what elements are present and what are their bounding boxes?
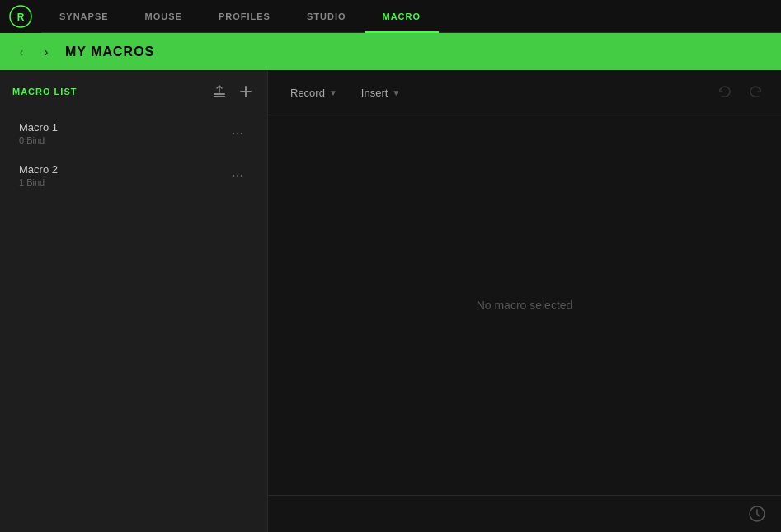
add-macro-button[interactable] [237, 82, 255, 101]
page-title: MY MACROS [65, 45, 154, 59]
no-macro-message: No macro selected [477, 299, 573, 312]
nav-item-studio[interactable]: STUDIO [289, 0, 365, 33]
sidebar-header: MACRO LIST [12, 82, 255, 101]
record-dropdown-arrow: ▼ [329, 88, 337, 97]
sidebar-title: MACRO LIST [12, 87, 77, 97]
content-area: Record ▼ Insert ▼ [268, 70, 781, 532]
nav-item-profiles[interactable]: PROFILES [200, 0, 289, 33]
macro-context-menu-button[interactable]: ⋯ [228, 124, 248, 144]
macro-name: Macro 1 [19, 121, 58, 134]
content-footer [268, 495, 781, 532]
macro-binds: 0 Bind [19, 135, 58, 145]
redo-button[interactable] [742, 79, 769, 106]
macro-list: Macro 1 0 Bind ⋯ Macro 2 1 Bind ⋯ [12, 113, 255, 195]
macro-binds: 1 Bind [19, 177, 58, 187]
insert-button[interactable]: Insert ▼ [351, 82, 410, 104]
svg-rect-2 [214, 93, 225, 95]
logo: R [0, 0, 41, 33]
insert-dropdown-arrow: ▼ [392, 88, 400, 97]
toolbar-right [712, 79, 769, 106]
svg-rect-3 [214, 96, 225, 97]
svg-rect-5 [240, 91, 252, 92]
sidebar: MACRO LIST [0, 70, 268, 532]
undo-button[interactable] [712, 79, 738, 106]
main-content: MACRO LIST [0, 70, 781, 532]
macro-item[interactable]: Macro 1 0 Bind ⋯ [12, 113, 255, 153]
razer-logo-icon: R [9, 5, 32, 28]
macro-item[interactable]: Macro 2 1 Bind ⋯ [12, 155, 255, 195]
nav-arrows: ‹ › [12, 43, 55, 61]
svg-text:R: R [17, 12, 25, 23]
content-toolbar: Record ▼ Insert ▼ [268, 70, 781, 115]
nav-item-macro[interactable]: MACRO [365, 0, 440, 33]
macro-name: Macro 2 [19, 163, 58, 176]
record-button[interactable]: Record ▼ [280, 82, 347, 104]
nav-items: SYNAPSE MOUSE PROFILES STUDIO MACRO [41, 0, 781, 33]
content-main: No macro selected [268, 115, 781, 495]
macro-context-menu-button[interactable]: ⋯ [228, 166, 248, 186]
nav-item-mouse[interactable]: MOUSE [127, 0, 200, 33]
nav-item-synapse[interactable]: SYNAPSE [41, 0, 127, 33]
top-navigation: R SYNAPSE MOUSE PROFILES STUDIO MACRO [0, 0, 781, 33]
forward-button[interactable]: › [37, 43, 55, 61]
history-button[interactable] [746, 502, 769, 525]
sidebar-actions [210, 82, 255, 101]
title-bar: ‹ › MY MACROS [0, 33, 781, 70]
export-button[interactable] [210, 82, 228, 101]
back-button[interactable]: ‹ [12, 43, 31, 61]
